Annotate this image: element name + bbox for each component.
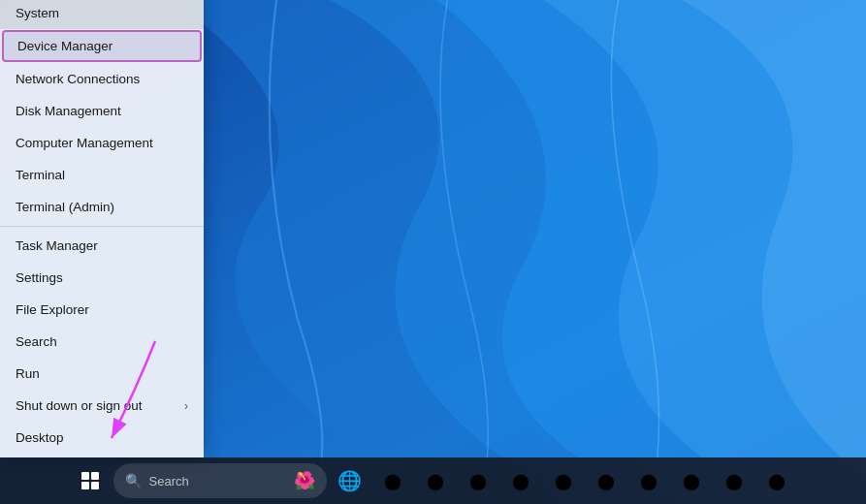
search-bar-label: Search	[149, 474, 286, 488]
menu-item-terminal[interactable]: Terminal	[0, 159, 204, 191]
context-menu: SystemDevice ManagerNetwork ConnectionsD…	[0, 0, 204, 457]
taskbar-icon-2[interactable]: ⬤	[416, 461, 455, 500]
windows-logo-pane-2	[91, 472, 99, 480]
taskbar-icon-4[interactable]: ⬤	[501, 461, 540, 500]
menu-item-label-shut-down: Shut down or sign out	[16, 398, 143, 413]
menu-item-label-network-connections: Network Connections	[16, 72, 140, 86]
menu-item-label-file-explorer: File Explorer	[16, 302, 89, 317]
menu-item-label-task-manager: Task Manager	[16, 238, 98, 253]
windows-logo-pane-1	[81, 472, 89, 480]
menu-item-label-system: System	[16, 6, 59, 20]
taskbar-icon-3[interactable]: ⬤	[459, 461, 497, 500]
menu-item-label-search: Search	[16, 334, 57, 349]
taskbar-icon-1[interactable]: ⬤	[373, 461, 412, 500]
menu-item-disk-management[interactable]: Disk Management	[0, 95, 204, 127]
taskbar-icon-9[interactable]: ⬤	[715, 461, 754, 500]
menu-item-device-manager[interactable]: Device Manager	[2, 30, 202, 62]
search-badge: 🌺	[294, 470, 315, 491]
menu-item-label-settings: Settings	[16, 270, 63, 285]
taskbar-icon-7[interactable]: ⬤	[629, 461, 668, 500]
menu-item-file-explorer[interactable]: File Explorer	[0, 294, 204, 326]
menu-item-search[interactable]: Search	[0, 326, 204, 358]
menu-item-label-device-manager: Device Manager	[17, 39, 112, 53]
menu-item-computer-management[interactable]: Computer Management	[0, 127, 204, 159]
windows-logo-pane-4	[91, 482, 99, 489]
menu-item-task-manager[interactable]: Task Manager	[0, 230, 204, 262]
menu-item-label-desktop: Desktop	[16, 430, 64, 445]
menu-item-system[interactable]: System	[0, 0, 204, 29]
start-button[interactable]	[71, 461, 110, 500]
taskbar-icon-6[interactable]: ⬤	[587, 461, 625, 500]
taskbar-icon-8[interactable]: ⬤	[672, 461, 711, 500]
menu-item-label-disk-management: Disk Management	[16, 104, 121, 118]
windows-logo-pane-3	[81, 482, 89, 489]
search-icon: 🔍	[125, 473, 142, 488]
menu-item-terminal-admin[interactable]: Terminal (Admin)	[0, 191, 204, 223]
taskbar: 🔍 Search 🌺 🌐 ⬤ ⬤ ⬤ ⬤ ⬤ ⬤ ⬤ ⬤ ⬤ ⬤	[0, 457, 866, 504]
taskbar-icon-globe[interactable]: 🌐	[331, 461, 369, 500]
menu-item-label-computer-management: Computer Management	[16, 136, 153, 150]
taskbar-icon-10[interactable]: ⬤	[757, 461, 796, 500]
menu-item-desktop[interactable]: Desktop	[0, 422, 204, 454]
menu-item-label-terminal: Terminal	[16, 168, 65, 182]
menu-item-label-terminal-admin: Terminal (Admin)	[16, 200, 114, 214]
windows-logo	[81, 472, 99, 489]
menu-item-settings[interactable]: Settings	[0, 262, 204, 294]
taskbar-icon-5[interactable]: ⬤	[544, 461, 583, 500]
menu-arrow-icon: ›	[184, 399, 188, 413]
taskbar-center: 🔍 Search 🌺 🌐 ⬤ ⬤ ⬤ ⬤ ⬤ ⬤ ⬤ ⬤ ⬤ ⬤	[71, 461, 796, 500]
menu-item-network-connections[interactable]: Network Connections	[0, 63, 204, 95]
menu-item-label-run: Run	[16, 366, 40, 381]
search-bar[interactable]: 🔍 Search 🌺	[113, 463, 327, 498]
menu-item-run[interactable]: Run	[0, 358, 204, 390]
menu-item-shut-down[interactable]: Shut down or sign out›	[0, 390, 204, 422]
menu-divider	[0, 226, 204, 227]
